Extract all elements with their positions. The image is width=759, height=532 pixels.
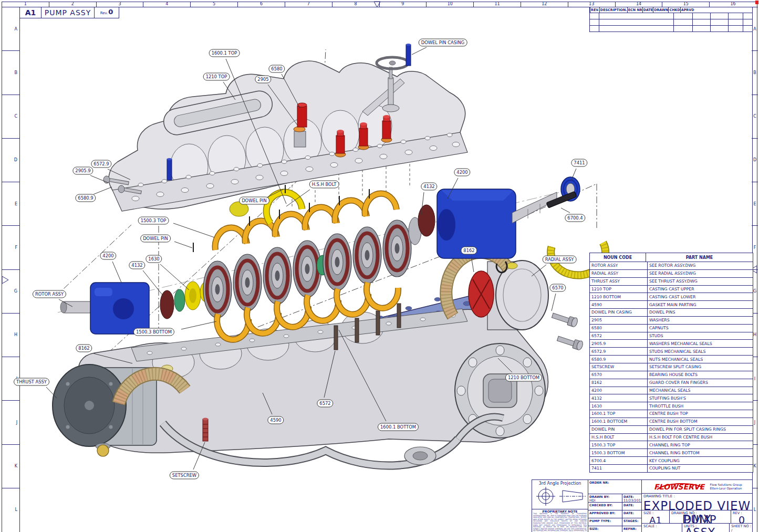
part-code: DOWEL PIN (590, 426, 648, 433)
part-code: 6580 (590, 325, 648, 332)
revision-column-header: DRAWN (653, 7, 668, 13)
revision-row-empty (590, 13, 752, 19)
corner-title-box: A1 PUMP ASSY Rev. 0 (19, 7, 119, 18)
grid-column-label: 14 (615, 2, 662, 7)
parts-col-header-name: PART NAME (646, 253, 753, 262)
part-name: BEARING HOUSE BOLTS (648, 371, 753, 379)
drawn-by-label: DRAWN BY: (589, 495, 622, 498)
part-code: 4590 (590, 301, 648, 308)
parts-table-row: SETSCREW SETSCREW SPLIT CASING (590, 363, 753, 371)
part-code: 1600.1 TOP (590, 410, 648, 418)
parts-table-row: 1500.3 BOTTOM CHANNEL RING BOTTOM (590, 449, 753, 457)
parts-table-header: NOUN CODE PART NAME (590, 253, 753, 262)
callout-label: DOWEL PIN CASING (419, 39, 467, 47)
grid-ruler-top: 12345678910111213141516 (2, 2, 756, 7)
part-name: SEE RADIAL ASSY.DWG (648, 270, 753, 277)
grid-row-label: J (2, 400, 19, 444)
part-code: 1600.1 BOTTOEM (590, 418, 648, 425)
callout-label: 1500.3 TOP (138, 217, 169, 225)
part-code: SETSCREW (590, 363, 648, 371)
part-code: 1630 (590, 402, 648, 410)
part-code: RADIAL ASSY (590, 270, 648, 277)
part-name: WASHERS (648, 317, 753, 324)
part-name: THROTTLE BUSH (648, 402, 753, 410)
callout-label: 8162 (461, 247, 477, 255)
date-label: DATE: (623, 495, 641, 498)
bearing-house-bolts (551, 310, 584, 350)
callout-label: 6572 (317, 400, 333, 408)
title-block: 3rd Angle Projection PROPRIETARY NOTE TH… (532, 479, 753, 532)
grid-row-label: K (2, 444, 19, 488)
grid-column-label: 13 (568, 2, 615, 7)
parts-table-row: 2905.9 WASHERS MECHANICAL SEALS (590, 340, 753, 348)
part-name: NUTS MECHANICAL SEALS (648, 356, 753, 363)
stages-label: STAGES: (623, 519, 638, 523)
grid-column-label: 6 (237, 2, 285, 7)
projection-box: 3rd Angle Projection (532, 480, 588, 509)
part-code: H.S.H BOLT (590, 434, 648, 441)
revision-column-header: APRVD (680, 7, 694, 13)
callout-label: 6700.4 (565, 214, 585, 222)
parts-table-row: 4132 STUFFING BUSH'S (590, 394, 753, 402)
grid-column-label: 12 (521, 2, 568, 7)
callout-label: 6580.9 (75, 194, 96, 202)
part-name: CAPNUTS (648, 325, 753, 332)
part-name: CHANNEL RING TOP (648, 441, 753, 448)
brand-line1: Flow Solutions Group (710, 483, 742, 487)
part-code: 6570 (590, 371, 648, 379)
pump-type-label: PUMP TYPE: (589, 519, 611, 523)
revision-column-header: REV. (590, 7, 599, 13)
grid-row-label: C (752, 95, 758, 138)
grid-row-label: E (2, 182, 19, 225)
parts-table-row: 6572.9 STUDS MECHANICAL SEALS (590, 348, 753, 356)
grid-row-label: E (752, 182, 758, 225)
revision-column-header: CHKD (668, 7, 680, 13)
parts-table-row: 1210 BOTTOM CASTING CAST LOWER (590, 293, 753, 301)
grid-row-label: D (2, 138, 19, 182)
grid-column-label: 1 (2, 2, 49, 7)
grid-row-label: B (2, 50, 19, 94)
revision-column-header: DESCRIPTION. (599, 7, 627, 13)
part-name: SETSCREW SPLIT CASING (648, 363, 753, 371)
rev-value: 0 (731, 514, 752, 526)
part-name: GASKET MAIN PARTING (648, 301, 753, 308)
order-nr-label: ORDER NR: (589, 481, 609, 484)
brand-line2: Etten-Leur Operation (710, 487, 742, 491)
callout-label: 4132 (421, 183, 437, 191)
svg-text:FLOWSERVE: FLOWSERVE (654, 483, 705, 491)
size2-label: SIZE: (589, 527, 598, 530)
callout-label: 1630 (145, 255, 162, 263)
grid-column-label: 16 (709, 2, 756, 7)
checked-by-label: CHECKED BY: (589, 503, 612, 507)
sheet-size: A1 (20, 7, 41, 18)
callout-label: 6572.9 (91, 160, 111, 168)
callout-label: 1500.3 BOTTOM (133, 328, 174, 336)
callout-label: THRUST ASSY (14, 378, 49, 386)
callout-label: DOWEL PIN (140, 235, 171, 243)
part-code: 1210 BOTTOM (590, 293, 648, 300)
setscrew (203, 418, 208, 442)
rev-label: Rev. (100, 8, 108, 18)
callout-label: H.S.H BOLT (309, 181, 339, 189)
grid-column-label: 11 (473, 2, 521, 7)
grid-column-label: 2 (49, 2, 96, 7)
sheet-rev: Rev. 0 (94, 7, 119, 18)
part-code: 6700.4 (590, 457, 648, 464)
parts-table-row: 1210 TOP CASTING CAST UPPER (590, 286, 753, 294)
parts-table-row: THRUST ASSY SEE THRUST ASSY.DWG (590, 278, 753, 286)
brand-block: FLOWSERVE Flow Solutions Group Etten-Leu… (642, 480, 752, 494)
drawn-by-value: HDI (589, 498, 622, 502)
callout-label: 2905 (255, 76, 271, 84)
approved-by-label: APPROVED BY: (589, 511, 615, 515)
part-name: STUDS MECHANICAL SEALS (648, 348, 753, 355)
parts-table-row: DOWEL PIN DOWEL PIN FOR SPLIT CASING RIN… (590, 426, 753, 434)
refnr-label: REFNR: (623, 527, 637, 530)
date-label: DATE: (623, 511, 634, 515)
part-code: DOWEL PIN CASING (590, 309, 648, 316)
parts-table-row: H.S.H BOLT H.S.H BOLT FOR CENTRE BUSH (590, 434, 753, 442)
proprietary-note-body: THIS MATERIAL IS THE PROPERTY OF FLOWSER… (533, 513, 587, 532)
parts-table-row: 1600.1 BOTTOEM CENTRE BUSH BOTTOM (590, 418, 753, 426)
parts-table-row: 1500.3 TOP CHANNEL RING TOP (590, 441, 753, 449)
grid-column-label: 3 (96, 2, 143, 7)
part-code: 1210 TOP (590, 286, 648, 293)
